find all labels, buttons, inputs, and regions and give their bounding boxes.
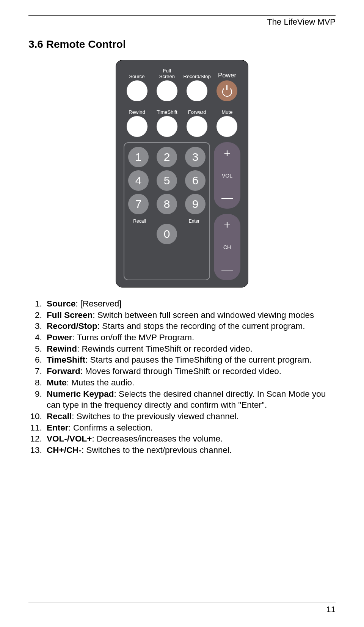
list-item: CH+/CH-: Switches to the next/previous c…: [44, 445, 336, 456]
fullscreen-label: FullScreen: [159, 69, 175, 79]
section-heading: 3.6 Remote Control: [28, 38, 336, 50]
header-rule: [28, 15, 336, 16]
list-item: TimeShift: Starts and pauses the TimeShi…: [44, 354, 336, 366]
key-6: 6: [185, 170, 206, 191]
footer-rule: [28, 602, 336, 602]
key-7: 7: [128, 194, 149, 214]
enter-label: Enter: [189, 218, 200, 224]
key-4: 4: [128, 170, 149, 191]
list-item: Full Screen: Switch between full screen …: [44, 310, 336, 321]
power-label: Power: [218, 69, 236, 79]
rewind-label: Rewind: [129, 104, 145, 115]
key-3: 3: [185, 147, 206, 167]
list-item: Source: [Reserved]: [44, 298, 336, 310]
list-item: Numeric Keypad: Selects the desired chan…: [44, 388, 336, 411]
keypad-frame: 1 2 3 4 5 6 7 8 9: [124, 142, 210, 280]
vol-minus-icon: —: [221, 192, 233, 203]
timeshift-label: TimeShift: [157, 104, 177, 115]
list-item: Rewind: Rewinds current TimeShift or rec…: [44, 343, 336, 355]
mute-button: [217, 116, 237, 137]
power-button: [217, 80, 237, 101]
remote-illustration: Source FullScreen Record/Stop Power: [116, 60, 248, 288]
forward-button: [187, 116, 207, 137]
ch-label: CH: [223, 244, 231, 250]
vol-pill: + VOL —: [214, 142, 240, 209]
forward-label: Forward: [188, 104, 206, 115]
page-number: 11: [28, 605, 336, 614]
list-item: Recall: Switches to the previously viewe…: [44, 411, 336, 422]
recall-label: Recall: [133, 218, 146, 224]
recordstop-label: Record/Stop: [184, 69, 211, 79]
mute-label: Mute: [222, 104, 233, 115]
vol-plus-icon: +: [224, 148, 231, 159]
top-row-2: Rewind TimeShift Forward Mute: [124, 104, 240, 137]
key-2: 2: [157, 147, 177, 167]
list-item: Enter: Confirms a selection.: [44, 422, 336, 434]
source-button: [127, 80, 147, 101]
timeshift-button: [157, 116, 177, 137]
ch-plus-icon: +: [224, 219, 231, 231]
rewind-button: [127, 116, 147, 137]
key-1: 1: [128, 147, 149, 167]
key-9: 9: [185, 194, 206, 214]
list-item: Mute: Mutes the audio.: [44, 377, 336, 388]
fullscreen-button: [157, 80, 177, 101]
list-item: Power: Turns on/off the MVP Program.: [44, 332, 336, 343]
power-icon: [222, 86, 232, 96]
description-list: Source: [Reserved] Full Screen: Switch b…: [28, 298, 336, 456]
ch-pill: + CH —: [214, 214, 240, 280]
key-5: 5: [157, 170, 177, 191]
list-item: Record/Stop: Starts and stops the record…: [44, 321, 336, 332]
recordstop-button: [187, 80, 207, 101]
key-0: 0: [157, 224, 177, 244]
list-item: VOL-/VOL+: Decreases/increases the volum…: [44, 433, 336, 445]
ch-minus-icon: —: [221, 264, 233, 275]
header-title: The LifeView MVP: [28, 17, 336, 27]
list-item: Forward: Moves forward through TimeShift…: [44, 366, 336, 377]
key-8: 8: [157, 194, 177, 214]
top-row-1: Source FullScreen Record/Stop Power: [124, 69, 240, 101]
vol-label: VOL: [222, 173, 232, 179]
source-label: Source: [129, 69, 144, 79]
